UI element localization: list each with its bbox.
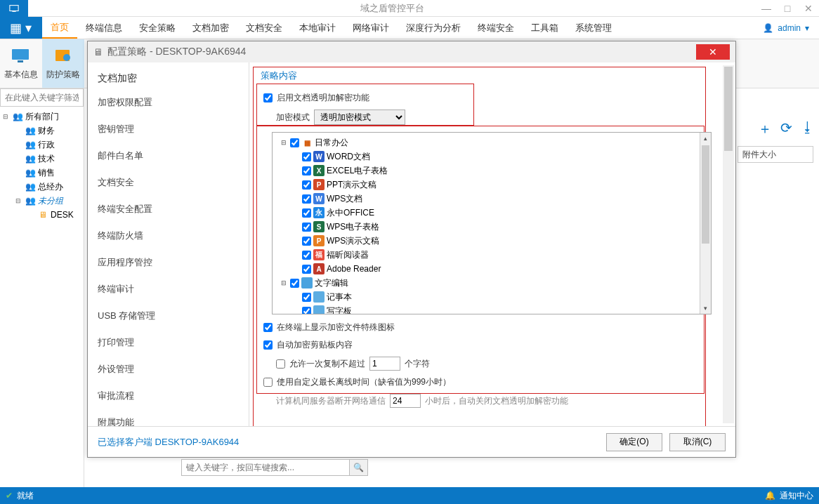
menubar: ▦ ▾ 首页终端信息安全策略文档加密文档安全本地审计网络审计深度行为分析终端安全… [0, 17, 819, 39]
filetype-node-6[interactable]: SWPS电子表格 [275, 220, 708, 234]
dept-node-3[interactable]: 👥技术 [0, 152, 84, 166]
maximize-button[interactable]: □ [777, 0, 798, 17]
menu-item-4[interactable]: 文档安全 [237, 17, 291, 39]
scroll-down-button[interactable]: ▾ [700, 303, 711, 314]
filetype-checkbox[interactable] [302, 251, 311, 260]
filetype-node-1[interactable]: WWORD文档 [275, 150, 708, 164]
search-button[interactable]: 🔍 [350, 459, 368, 476]
policy-sidebar-item-10[interactable]: 外设管理 [88, 356, 249, 383]
department-filter-input[interactable] [0, 88, 84, 107]
show-icon-checkbox[interactable] [263, 323, 273, 332]
encryption-mode-select[interactable]: 透明加密模式 [314, 110, 405, 125]
download-button[interactable]: ⭳ [801, 119, 815, 138]
policy-sidebar-item-0[interactable]: 加密权限配置 [88, 89, 249, 116]
policy-sidebar-item-12[interactable]: 附属功能 [88, 409, 249, 426]
filetype-node-2[interactable]: XEXCEL电子表格 [275, 164, 708, 178]
menu-item-9[interactable]: 工具箱 [523, 17, 567, 39]
disconnect-hours[interactable] [390, 394, 421, 408]
policy-sidebar-item-3[interactable]: 文档安全 [88, 169, 249, 196]
menu-item-7[interactable]: 深度行为分析 [398, 17, 469, 39]
policy-sidebar-item-7[interactable]: 终端审计 [88, 276, 249, 303]
filetype-node-8[interactable]: 福福昕阅读器 [275, 248, 708, 262]
filetype-checkbox[interactable] [302, 223, 311, 232]
policy-sidebar-item-11[interactable]: 审批流程 [88, 383, 249, 409]
filetype-checkbox[interactable] [290, 138, 299, 147]
refresh-button[interactable]: ⟳ [780, 119, 792, 138]
policy-sidebar-item-4[interactable]: 终端安全配置 [88, 196, 249, 223]
section-title: 策略内容 [258, 68, 721, 89]
tool-monitor[interactable]: 基本信息 [0, 39, 42, 88]
scroll-thumb[interactable] [702, 145, 709, 244]
filetype-checkbox[interactable] [290, 279, 299, 288]
filetype-checkbox[interactable] [302, 293, 311, 302]
scrollbar[interactable]: ▴ ▾ [700, 133, 711, 314]
user-menu[interactable]: 👤 admin ▾ [753, 17, 819, 39]
tool-shield[interactable]: 防护策略 [42, 39, 84, 88]
filetype-tree[interactable]: ⊟▦日常办公WWORD文档XEXCEL电子表格PPPT演示文稿WWPS文档永永中… [272, 132, 712, 314]
menu-item-3[interactable]: 文档加密 [184, 17, 237, 39]
filetype-node-4[interactable]: WWPS文档 [275, 192, 708, 206]
scroll-up-button[interactable]: ▴ [700, 133, 711, 144]
dept-node-6[interactable]: ⊟👥未分组 [0, 194, 84, 208]
custom-offline-label: 使用自定义最长离线时间（缺省值为999小时） [277, 376, 451, 388]
filetype-node-9[interactable]: AAdobe Reader [275, 262, 708, 276]
allow-copy-checkbox[interactable] [276, 359, 285, 369]
filetype-node-11[interactable]: 记事本 [275, 290, 708, 304]
filetype-node-3[interactable]: PPPT演示文稿 [275, 178, 708, 192]
bell-icon[interactable]: 🔔 [765, 491, 775, 500]
filetype-checkbox[interactable] [302, 237, 311, 246]
filetype-node-5[interactable]: 永永中OFFICE [275, 206, 708, 220]
menu-item-10[interactable]: 系统管理 [567, 17, 620, 39]
allow-copy-label-post: 个字符 [405, 358, 430, 370]
ok-button[interactable]: 确定(O) [606, 433, 662, 451]
menu-item-5[interactable]: 本地审计 [291, 17, 344, 39]
cancel-button[interactable]: 取消(C) [669, 433, 726, 451]
search-input[interactable] [181, 459, 350, 476]
filetype-node-10[interactable]: ⊟文字编辑 [275, 276, 708, 290]
add-button[interactable]: ＋ [758, 119, 772, 138]
policy-sidebar-item-1[interactable]: 密钥管理 [88, 116, 249, 142]
policy-content: 策略内容 启用文档透明加解密功能 加密模式 透明加密模式 ⊟▦日常办公WWORD… [249, 62, 735, 426]
auto-clipboard-checkbox[interactable] [263, 340, 273, 350]
policy-sidebar-item-2[interactable]: 邮件白名单 [88, 142, 249, 169]
filetype-node-12[interactable]: 写字板 [275, 304, 708, 314]
status-text: 就绪 [17, 490, 34, 502]
custom-offline-checkbox[interactable] [263, 378, 273, 387]
allow-copy-value[interactable] [369, 357, 400, 371]
menu-item-2[interactable]: 安全策略 [131, 17, 184, 39]
filetype-node-0[interactable]: ⊟▦日常办公 [275, 135, 708, 150]
mode-label: 加密模式 [276, 112, 310, 124]
dept-node-2[interactable]: 👥行政 [0, 138, 84, 152]
policy-sidebar-item-5[interactable]: 终端防火墙 [88, 223, 249, 249]
close-button[interactable]: ✕ [798, 0, 819, 17]
dept-node-5[interactable]: 👥总经办 [0, 180, 84, 194]
dialog-close-button[interactable]: ✕ [696, 44, 730, 60]
app-menu-button[interactable]: ▦ ▾ [0, 17, 42, 39]
filetype-checkbox[interactable] [302, 194, 311, 204]
dialog-titlebar: 🖥 配置策略 - DESKTOP-9AK6944 ✕ [88, 41, 735, 62]
content-scrollbar[interactable] [723, 65, 734, 423]
policy-sidebar-item-9[interactable]: 打印管理 [88, 329, 249, 356]
enable-encryption-checkbox[interactable] [263, 93, 273, 102]
menu-item-6[interactable]: 网络审计 [344, 17, 398, 39]
dept-node-0[interactable]: ⊟👥所有部门 [0, 110, 84, 124]
filetype-node-7[interactable]: PWPS演示文稿 [275, 234, 708, 248]
filetype-checkbox[interactable] [302, 208, 311, 218]
filetype-checkbox[interactable] [302, 265, 311, 274]
policy-sidebar-item-8[interactable]: USB 存储管理 [88, 303, 249, 329]
dept-node-7[interactable]: 🖥DESK [0, 208, 84, 222]
notify-center[interactable]: 通知中心 [780, 490, 813, 502]
dept-node-1[interactable]: 👥财务 [0, 124, 84, 138]
filetype-checkbox[interactable] [302, 180, 311, 190]
monitor-icon: 🖥 [93, 46, 103, 58]
filetype-checkbox[interactable] [302, 166, 311, 175]
menu-item-0[interactable]: 首页 [42, 17, 77, 39]
attachment-size-column[interactable]: 附件大小 [738, 146, 813, 163]
policy-sidebar-item-6[interactable]: 应用程序管控 [88, 249, 249, 276]
minimize-button[interactable]: — [756, 0, 777, 17]
dept-node-4[interactable]: 👥销售 [0, 166, 84, 180]
filetype-checkbox[interactable] [302, 307, 311, 315]
filetype-checkbox[interactable] [302, 152, 311, 161]
menu-item-8[interactable]: 终端安全 [469, 17, 523, 39]
menu-item-1[interactable]: 终端信息 [77, 17, 131, 39]
